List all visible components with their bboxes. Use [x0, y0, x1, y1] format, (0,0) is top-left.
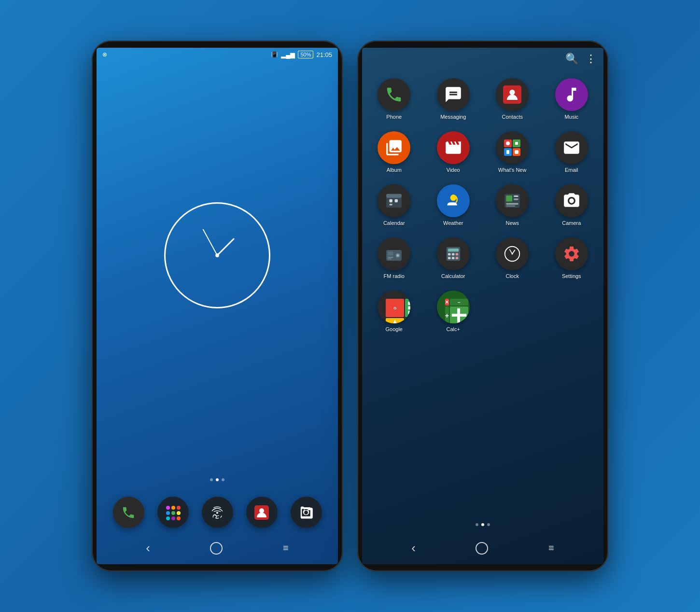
svg-rect-31 [452, 257, 455, 259]
svg-rect-11 [390, 204, 392, 205]
app-fmradio[interactable]: FM radio [364, 232, 424, 285]
search-icon[interactable]: 🔍 [565, 53, 578, 65]
svg-point-22 [397, 255, 399, 256]
dot-3 [222, 478, 224, 481]
svg-rect-23 [388, 257, 393, 258]
svg-rect-17 [506, 203, 518, 205]
dock [97, 491, 338, 536]
app-settings[interactable]: Settings [542, 232, 602, 285]
app-messaging[interactable]: Messaging [424, 72, 483, 125]
vibrate-icon: 📳 [271, 51, 278, 58]
home-button[interactable] [210, 542, 223, 555]
dock-camera-icon[interactable] [291, 497, 322, 528]
app-camera[interactable]: Camera [542, 179, 602, 232]
app-calendar-label: Calendar [383, 220, 405, 226]
app-phone-label: Phone [386, 114, 402, 120]
nav-bar: ‹ ≡ [97, 536, 338, 564]
dock-phone-icon[interactable] [113, 497, 144, 528]
dock-launcher-icon[interactable] [157, 497, 189, 528]
svg-rect-9 [390, 199, 392, 202]
globe-icon: ⊗ [102, 51, 107, 58]
status-left: ⊗ [102, 51, 107, 58]
svg-point-2 [215, 253, 219, 257]
svg-line-1 [203, 230, 217, 256]
app-email-label: Email [565, 167, 578, 173]
svg-rect-30 [448, 257, 451, 259]
app-video[interactable]: Video [424, 125, 483, 179]
app-phone[interactable]: Phone [364, 72, 424, 125]
app-grid: Phone Messaging [362, 68, 603, 523]
app-calculator-label: Calculator [441, 273, 465, 279]
page-dots [97, 478, 338, 491]
status-right: 📳 ▂▄▆ 50% 21:05 [271, 51, 332, 58]
svg-line-35 [510, 250, 512, 254]
app-settings-label: Settings [562, 273, 581, 279]
svg-rect-18 [506, 206, 516, 207]
svg-rect-14 [506, 195, 513, 202]
svg-rect-20 [388, 251, 393, 255]
dock-fingerprint-icon[interactable] [202, 497, 233, 528]
right-screen: 🔍 ⋮ Phone Messagin [362, 48, 603, 564]
svg-point-4 [259, 508, 264, 513]
left-phone: ⊗ 📳 ▂▄▆ 50% 21:05 [92, 41, 343, 571]
app-fmradio-label: FM radio [384, 273, 405, 279]
app-weather[interactable]: Weather [424, 179, 483, 232]
svg-rect-32 [456, 257, 459, 259]
time-text: 21:05 [316, 51, 332, 58]
svg-rect-38 [457, 308, 460, 323]
status-bar: ⊗ 📳 ▂▄▆ 50% 21:05 [97, 48, 338, 61]
app-album[interactable]: Album [364, 125, 424, 179]
svg-rect-8 [386, 194, 402, 198]
app-weather-label: Weather [443, 220, 463, 226]
app-camera-label: Camera [562, 220, 581, 226]
svg-point-6 [510, 90, 515, 95]
svg-point-36 [512, 253, 513, 254]
right-home-button[interactable] [476, 542, 488, 555]
back-button[interactable]: ‹ [146, 541, 150, 556]
app-contacts-label: Contacts [502, 114, 523, 120]
analog-clock [164, 202, 270, 308]
app-calcplus[interactable]: × − + Calc+ [424, 285, 483, 338]
app-music[interactable]: Music [542, 72, 602, 125]
app-clock[interactable]: Clock [483, 232, 542, 285]
left-screen: ⊗ 📳 ▂▄▆ 50% 21:05 [97, 48, 338, 564]
svg-rect-15 [514, 195, 518, 197]
app-calendar[interactable]: Calendar [364, 179, 424, 232]
svg-rect-28 [452, 253, 455, 255]
battery-text: 50% [300, 52, 311, 57]
app-calcplus-label: Calc+ [447, 326, 460, 332]
app-drawer-header: 🔍 ⋮ [362, 48, 603, 68]
menu-button[interactable]: ≡ [283, 542, 289, 554]
app-whatsnew-label: What's New [498, 167, 526, 173]
app-album-label: Album [387, 167, 402, 173]
right-menu-button[interactable]: ≡ [548, 542, 554, 554]
right-dot-2 [481, 523, 484, 526]
app-whatsnew[interactable]: What's New [483, 125, 542, 179]
right-back-button[interactable]: ‹ [411, 541, 416, 556]
svg-rect-29 [456, 253, 459, 255]
dot-1 [210, 478, 213, 481]
app-music-label: Music [564, 114, 578, 120]
app-calculator[interactable]: Calculator [424, 232, 483, 285]
more-icon[interactable]: ⋮ [586, 53, 596, 65]
app-video-label: Video [447, 167, 460, 173]
right-dot-1 [476, 523, 478, 526]
app-email[interactable]: Email [542, 125, 602, 179]
clock-svg [166, 204, 269, 307]
app-messaging-label: Messaging [440, 114, 466, 120]
app-google-label: Google [386, 326, 403, 332]
svg-rect-10 [395, 199, 398, 202]
svg-rect-27 [448, 253, 451, 255]
svg-rect-26 [448, 249, 459, 251]
right-nav-bar: ‹ ≡ [362, 536, 603, 564]
app-google[interactable]: G Google [364, 285, 424, 338]
battery-indicator: 50% [298, 51, 313, 58]
app-contacts[interactable]: Contacts [483, 72, 542, 125]
dock-contacts-icon[interactable] [246, 497, 278, 528]
app-news-label: News [505, 220, 519, 226]
right-page-dots [362, 523, 603, 536]
svg-rect-24 [388, 259, 392, 260]
dot-2 [216, 478, 219, 481]
clock-widget [97, 61, 338, 478]
app-news[interactable]: News [483, 179, 542, 232]
